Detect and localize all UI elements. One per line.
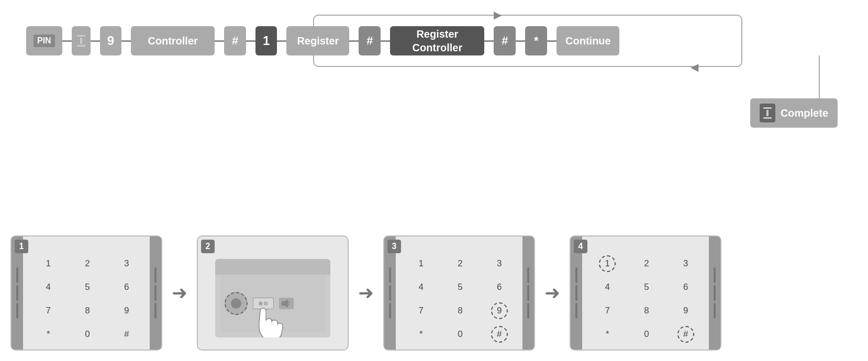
key4-0: 0 [628, 323, 666, 345]
key4-2: 2 [628, 252, 666, 275]
arrow-3: ➜ [544, 282, 560, 304]
key4-5: 5 [628, 276, 666, 298]
key4-9: 9 [666, 299, 705, 322]
key3-5: 5 [441, 276, 480, 298]
key4-4: 4 [588, 276, 627, 298]
loop-arrow-top: ▶ [494, 8, 502, 21]
side-line-r4-2 [714, 285, 716, 301]
key3-6: 6 [480, 276, 518, 298]
key-6: 6 [107, 276, 146, 298]
keypad-grid-4: 1 2 3 4 5 6 7 8 9 * 0 # [582, 236, 709, 349]
side-line-4-3 [575, 303, 577, 319]
arrow-2: ➜ [358, 282, 374, 304]
arrow-1: ➜ [172, 282, 187, 304]
key-3: 3 [107, 252, 146, 275]
side-line-r1 [154, 267, 157, 283]
key-hash: # [107, 323, 146, 345]
side-bar-right-3 [522, 236, 534, 349]
controller-image: ⊞ ⊟ [215, 259, 330, 337]
key4-8: 8 [628, 299, 666, 322]
step-continue: Continue [557, 26, 619, 55]
key3-8: 8 [441, 299, 480, 322]
key-7: 7 [29, 299, 68, 322]
key4-1-circled: 1 [599, 255, 616, 272]
side-line-1 [16, 267, 18, 283]
key-4: 4 [29, 276, 68, 298]
connector-6 [277, 40, 286, 42]
side-line-3-2 [389, 285, 391, 301]
panel-num-1: 1 [15, 240, 28, 253]
key3-3: 3 [480, 252, 518, 275]
connector-9 [484, 40, 494, 42]
step-one: 1 [255, 26, 277, 55]
controller-panel: ⊞ ⊟ [198, 236, 348, 349]
side-line-3 [16, 303, 18, 319]
key3-7: 7 [402, 299, 440, 322]
step-nine: 9 [100, 26, 121, 55]
connector-11 [547, 40, 557, 42]
key3-9-circled: 9 [491, 302, 508, 319]
key4-7: 7 [588, 299, 627, 322]
side-line-3-1 [389, 267, 391, 283]
instructions-row: 1 1 2 3 4 5 6 7 8 9 * 0 # [10, 235, 858, 351]
side-bar-right-1 [150, 236, 161, 349]
key4-hash-circled: # [677, 326, 694, 343]
step-hash-2: # [359, 26, 381, 55]
side-line-4-2 [575, 285, 577, 301]
key-8: 8 [69, 299, 107, 322]
connector-5 [246, 40, 255, 42]
side-bar-left-3 [384, 236, 396, 349]
panel-num-2: 2 [201, 240, 215, 253]
complete-row: Complete [750, 98, 838, 128]
panel-1: 1 1 2 3 4 5 6 7 8 9 * 0 # [10, 235, 162, 351]
key3-1: 1 [402, 252, 440, 275]
connector-4 [215, 40, 224, 42]
key3-0: 0 [441, 323, 480, 345]
key-2: 2 [69, 252, 107, 275]
key3-star: * [402, 323, 440, 345]
key3-hash-circled: # [491, 326, 508, 343]
side-bar-right-4 [709, 236, 720, 349]
ibeam-icon-complete-inner [763, 107, 772, 119]
side-line-2 [16, 285, 18, 301]
step-star: * [525, 26, 547, 55]
key4-star: * [588, 323, 627, 345]
connector-1 [62, 40, 72, 42]
keypad-1: 1 2 3 4 5 6 7 8 9 * 0 # [12, 236, 161, 349]
keypad-grid-1: 1 2 3 4 5 6 7 8 9 * 0 # [23, 236, 150, 349]
connector-7 [349, 40, 359, 42]
side-line-r3-3 [527, 303, 529, 319]
hand-icon [248, 296, 290, 337]
key3-4: 4 [402, 276, 440, 298]
step-complete: Complete [750, 98, 838, 128]
step-register-controller: RegisterController [390, 26, 484, 55]
side-bar-left-4 [571, 236, 582, 349]
key-1: 1 [29, 252, 68, 275]
side-bar-left-1 [12, 236, 23, 349]
loop-arrow-bottom: ◀ [691, 61, 698, 73]
keypad-4: 1 2 3 4 5 6 7 8 9 * 0 # [571, 236, 720, 349]
controller-knob [225, 292, 248, 315]
step-hash-3: # [494, 26, 516, 55]
side-line-r4-1 [714, 267, 716, 283]
connector-2 [91, 40, 100, 42]
key-star: * [29, 323, 68, 345]
connector-8 [381, 40, 390, 42]
ibeam-icon-1 [77, 35, 85, 47]
connector-10 [516, 40, 525, 42]
side-line-r3 [154, 303, 157, 319]
panel-num-3: 3 [387, 240, 401, 253]
key4-3: 3 [666, 252, 705, 275]
key-5: 5 [69, 276, 107, 298]
flow-row: PIN 9 Controller # 1 Register [26, 26, 619, 55]
side-line-4-1 [575, 267, 577, 283]
side-line-r3-1 [527, 267, 529, 283]
keypad-grid-3: 1 2 3 4 5 6 7 8 9 * 0 # [396, 236, 522, 349]
ibeam-icon-complete [760, 104, 775, 122]
key4-6: 6 [666, 276, 705, 298]
panel-num-4: 4 [574, 240, 587, 253]
panel-4: 4 1 2 3 4 5 6 7 8 9 * 0 # [570, 235, 721, 351]
panel-3: 3 1 2 3 4 5 6 7 8 9 * 0 # [383, 235, 535, 351]
keypad-3: 1 2 3 4 5 6 7 8 9 * 0 # [384, 236, 534, 349]
vertical-line-1 [819, 55, 820, 98]
